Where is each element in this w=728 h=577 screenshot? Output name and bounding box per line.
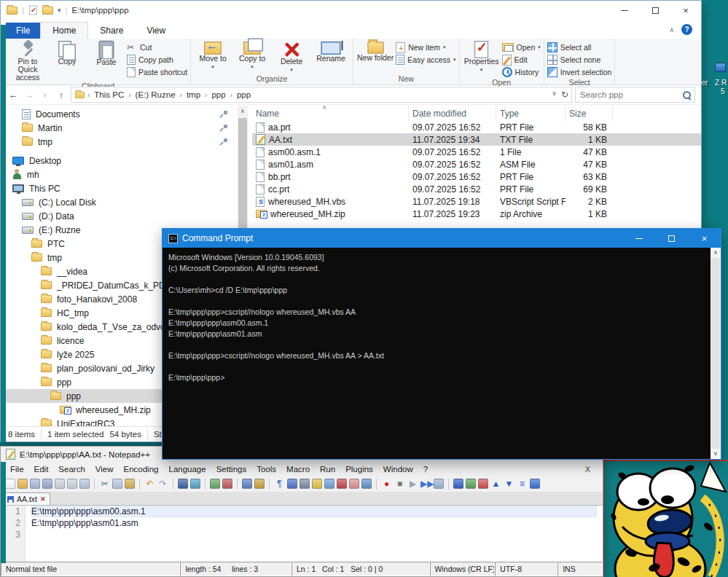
unfold-all-icon[interactable]: ▼	[504, 479, 514, 490]
compare-clear-icon[interactable]	[478, 479, 488, 489]
redo-icon[interactable]: ↷	[157, 479, 168, 490]
explorer-title-bar[interactable]: | ▾ | E:\tmp\ppp\ppp ×	[1, 1, 701, 20]
ribbon-button-select-none[interactable]: Select none	[547, 54, 612, 66]
console-close-button[interactable]: ×	[688, 229, 721, 248]
search-box[interactable]	[575, 87, 695, 103]
refresh-icon[interactable]: ↻	[561, 90, 568, 100]
recent-locations-icon[interactable]: ∨	[39, 92, 52, 98]
doc-list-icon[interactable]	[530, 479, 540, 489]
menu-language[interactable]: Language	[163, 465, 211, 474]
sync-vertical-icon[interactable]	[242, 479, 252, 489]
print-icon[interactable]	[79, 479, 90, 489]
menu-encoding[interactable]: Encoding	[119, 465, 164, 474]
fold-current-icon[interactable]: ≡	[517, 479, 528, 490]
ribbon-button-copy-path[interactable]: Copy path	[127, 54, 187, 66]
file-row[interactable]: cc.prt09.07.2025 16:52PRT File69 KB	[252, 183, 701, 195]
menu-settings[interactable]: Settings	[211, 465, 252, 474]
find-icon[interactable]	[178, 479, 188, 489]
menu-close-icon[interactable]: X	[580, 465, 595, 474]
breadcrumb-item[interactable]: ppp	[235, 90, 253, 99]
function-list-icon[interactable]	[312, 479, 322, 489]
ribbon-button-select-all[interactable]: Select all	[547, 42, 612, 53]
search-input[interactable]	[579, 90, 682, 100]
zoom-in-icon[interactable]	[210, 479, 220, 489]
column-header-date-modified[interactable]: Date modified	[409, 106, 496, 121]
console-output[interactable]: Microsoft Windows [Version 10.0.19045.60…	[163, 248, 711, 459]
menu-window[interactable]: Window	[378, 465, 418, 474]
minimize-button[interactable]	[609, 1, 640, 20]
tab-close-icon[interactable]: ✕	[40, 495, 46, 503]
sidebar-item-this-pc[interactable]: This PC	[1, 181, 238, 195]
menu-search[interactable]: Search	[53, 465, 90, 474]
forward-icon[interactable]: →	[23, 90, 36, 101]
breadcrumb-item[interactable]: This PC	[92, 90, 126, 99]
ribbon-button-move-to[interactable]: Move to▾	[194, 40, 232, 71]
ribbon-button-pin-to-quick-access[interactable]: Pin to Quick access	[9, 40, 47, 82]
ribbon-button-paste[interactable]: Paste	[87, 40, 125, 66]
ribbon-button-cut[interactable]: ✂Cut	[127, 42, 187, 53]
tab-view[interactable]: View	[135, 23, 177, 39]
menu-view[interactable]: View	[90, 465, 119, 474]
ribbon-button-delete[interactable]: Delete▾	[273, 40, 310, 74]
file-row[interactable]: bb.prt09.07.2025 16:52PRT File63 KB	[252, 170, 701, 183]
word-wrap-icon[interactable]: ¶	[274, 479, 285, 490]
menu-plugins[interactable]: Plugins	[340, 465, 378, 474]
ribbon-button-edit[interactable]: Edit	[502, 54, 541, 66]
console-maximize-button[interactable]	[655, 229, 688, 248]
scroll-down-icon[interactable]: ∨	[711, 449, 721, 459]
scroll-up-icon[interactable]: ∧	[711, 248, 721, 258]
sidebar-item-mh[interactable]: mh	[1, 168, 238, 181]
indent-guide-icon[interactable]	[300, 479, 310, 489]
sidebar-item-tmp[interactable]: tmp	[1, 135, 238, 149]
qat-dropdown-icon[interactable]: ▾	[58, 7, 61, 14]
breadcrumb[interactable]: ›This PC›(E:) Ruzne›tmp›ppp›ppp ∨ ↻	[71, 87, 572, 103]
menu-tools[interactable]: Tools	[251, 465, 281, 474]
menu--[interactable]: ?	[418, 465, 433, 474]
save-macro-icon[interactable]	[434, 479, 444, 489]
search-icon[interactable]	[682, 90, 692, 100]
file-row[interactable]: asm01.asm09.07.2025 16:52ASM File47 KB	[252, 158, 701, 170]
menu-macro[interactable]: Macro	[281, 465, 315, 474]
ribbon-button-new-folder[interactable]: New folder	[356, 40, 394, 62]
save-all-icon[interactable]	[42, 479, 52, 489]
column-header-type[interactable]: Type	[496, 106, 565, 121]
folder-as-workspace-icon[interactable]	[349, 479, 359, 489]
breadcrumb-item[interactable]: ppp	[209, 90, 227, 99]
ribbon-button-paste-shortcut[interactable]: Paste shortcut	[127, 66, 187, 78]
breadcrumb-item[interactable]: (E:) Ruzne	[133, 90, 178, 99]
scroll-up-icon[interactable]: ∧	[238, 106, 248, 117]
cut-icon[interactable]: ✂	[99, 479, 110, 490]
tab-share[interactable]: Share	[88, 23, 135, 39]
sidebar-item--d-data[interactable]: (D:) Data	[1, 209, 238, 223]
file-row[interactable]: whereused_MH.zip11.07.2025 19:23zip Arch…	[252, 208, 701, 220]
up-icon[interactable]: ↑	[55, 90, 68, 101]
ribbon-button-properties[interactable]: Properties▾	[463, 40, 501, 74]
menu-edit[interactable]: Edit	[29, 465, 54, 474]
breadcrumb-item[interactable]: tmp	[184, 90, 203, 99]
show-all-characters-icon[interactable]	[287, 479, 297, 489]
back-icon[interactable]: ←	[7, 90, 20, 101]
run-macro-multiple-icon[interactable]: ▶▶	[420, 479, 431, 490]
console-title-bar[interactable]: C:\ Command Prompt ×	[163, 229, 721, 248]
new-file-icon[interactable]	[5, 479, 15, 489]
close-all-icon[interactable]	[67, 479, 77, 489]
sidebar-item-documents[interactable]: Documents	[1, 107, 238, 121]
copy-icon[interactable]	[112, 479, 122, 489]
column-header-name[interactable]: Name∧	[252, 106, 409, 121]
folder-quick-icon[interactable]	[42, 7, 53, 15]
ribbon-button-copy-to[interactable]: Copy to▾	[233, 40, 271, 71]
tab-file[interactable]: File	[6, 23, 40, 39]
zoom-out-icon[interactable]	[222, 479, 232, 489]
menu-run[interactable]: Run	[315, 465, 340, 474]
maximize-button[interactable]	[640, 1, 670, 20]
properties-quick-icon[interactable]	[29, 6, 36, 15]
paste-icon[interactable]	[125, 479, 135, 489]
scrollbar-thumb[interactable]	[711, 258, 720, 449]
ribbon-button-copy[interactable]: Copy	[48, 40, 86, 66]
ribbon-button-invert-selection[interactable]: Invert selection	[547, 66, 612, 78]
console-minimize-button[interactable]	[622, 229, 655, 248]
file-row[interactable]: asm00.asm.109.07.2025 16:521 File47 KB	[252, 146, 701, 158]
sidebar-item-desktop[interactable]: Desktop	[1, 154, 238, 168]
file-row[interactable]: whereused_MH.vbs11.07.2025 19:18VBScript…	[252, 195, 701, 208]
sidebar-item--c-local-disk[interactable]: (C:) Local Disk	[1, 195, 238, 209]
